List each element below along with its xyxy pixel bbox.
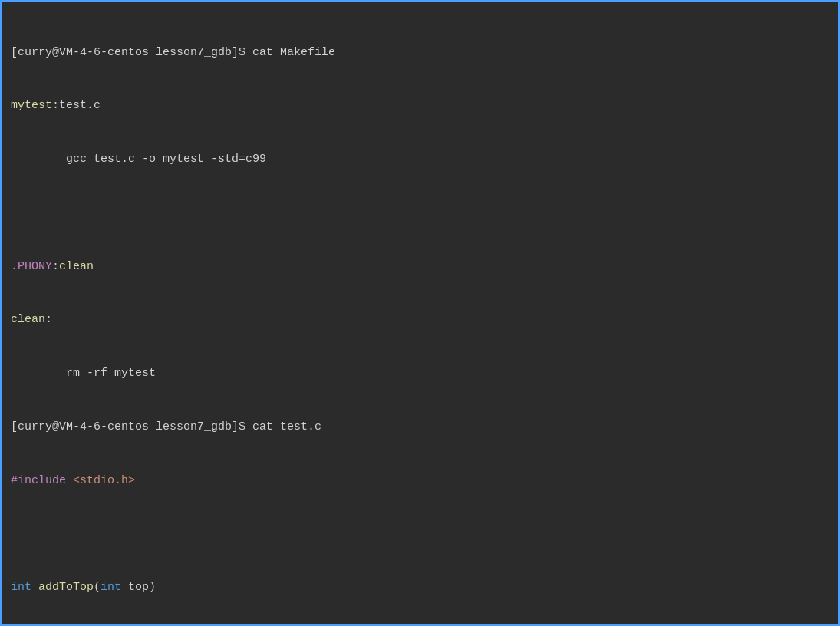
line-9: #include <stdio.h> (11, 472, 829, 489)
line-8: [curry@VM-4-6-centos lesson7_gdb]$ cat t… (11, 418, 829, 436)
line-3: gcc test.c -o mytest -std=c99 (11, 150, 829, 168)
line-6: clean: (11, 311, 829, 328)
line-5: .PHONY:clean (11, 258, 829, 275)
terminal-window: [curry@VM-4-6-centos lesson7_gdb]$ cat M… (0, 0, 840, 626)
terminal-content[interactable]: [curry@VM-4-6-centos lesson7_gdb]$ cat M… (2, 2, 838, 624)
line-4 (11, 204, 829, 222)
line-11: int addToTop(int top) (11, 578, 829, 596)
line-10 (11, 525, 829, 542)
line-7: rm -rf mytest (11, 364, 829, 382)
line-1: [curry@VM-4-6-centos lesson7_gdb]$ cat M… (11, 44, 829, 61)
line-2: mytest:test.c (11, 97, 829, 114)
